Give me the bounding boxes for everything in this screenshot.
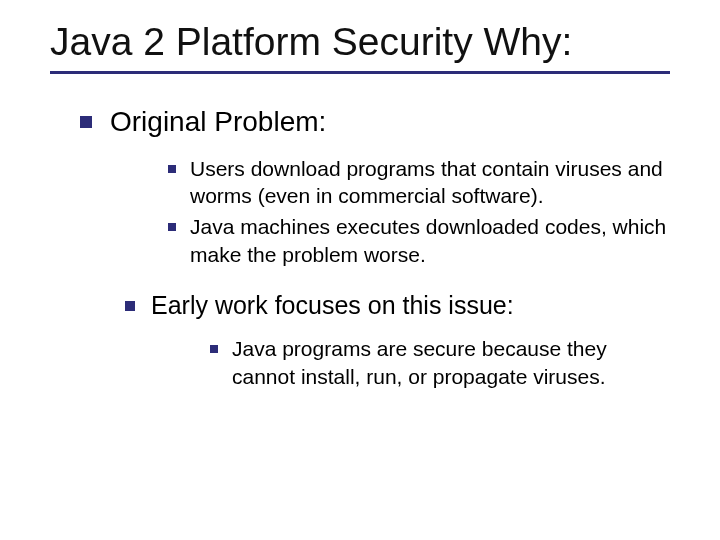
square-bullet-icon [168,223,176,231]
title-underline [50,71,670,74]
square-bullet-icon [168,165,176,173]
square-bullet-icon [210,345,218,353]
list-item: Early work focuses on this issue: [125,290,670,321]
list-item-text: Java machines executes downloaded codes,… [190,213,670,268]
list-item: Java programs are secure because they ca… [210,335,670,390]
slide-title: Java 2 Platform Security Why: [50,20,670,65]
list-item-text: Early work focuses on this issue: [151,290,514,321]
list-item-text: Users download programs that contain vir… [190,155,670,210]
list-item-text: Java programs are secure because they ca… [232,335,670,390]
list-item: Users download programs that contain vir… [168,155,670,210]
list-item: Original Problem: [80,104,670,139]
list-item-text: Original Problem: [110,104,326,139]
square-bullet-icon [125,301,135,311]
square-bullet-icon [80,116,92,128]
list-item: Java machines executes downloaded codes,… [168,213,670,268]
